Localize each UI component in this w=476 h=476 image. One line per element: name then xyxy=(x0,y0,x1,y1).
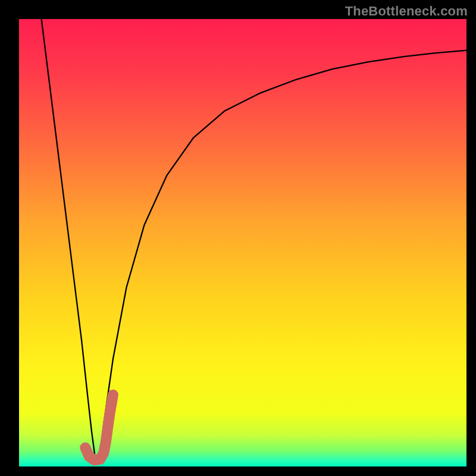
highlight-j-mark xyxy=(85,395,113,461)
watermark-text: TheBottleneck.com xyxy=(345,4,468,19)
curve-left-branch xyxy=(42,19,95,458)
chart-frame: TheBottleneck.com xyxy=(0,0,476,476)
curve-right-branch xyxy=(99,51,466,458)
plot-area xyxy=(19,19,466,466)
curve-layer xyxy=(19,19,466,466)
